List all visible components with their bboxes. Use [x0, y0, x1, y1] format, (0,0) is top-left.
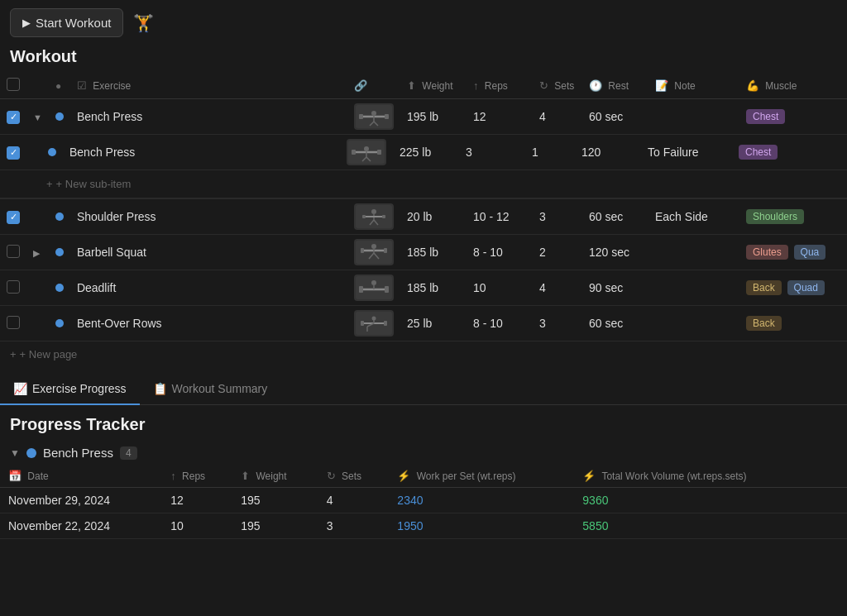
muscle-rows: Back — [739, 306, 847, 341]
th-img: 🔗 — [347, 73, 400, 99]
exercise-thumb-rows — [354, 310, 394, 337]
reps-shoulder: 10 - 12 — [467, 199, 533, 235]
weight-squat: 185 lb — [400, 235, 467, 270]
progress-tbody: November 29, 2024 12 195 4 2340 9360 Nov… — [0, 488, 847, 539]
exercise-thumb-deadlift — [354, 275, 394, 301]
weight-rows: 25 lb — [400, 306, 467, 341]
start-workout-label: Start Workout — [36, 16, 111, 30]
reps-row1: 12 — [162, 488, 232, 513]
muscle-bench1: Chest — [739, 99, 847, 135]
exercise-thumb-bench1 — [354, 103, 394, 130]
exercise-thumb-bench2 — [347, 139, 386, 165]
exercise-img-squat — [356, 241, 392, 264]
note-bench1 — [648, 99, 739, 135]
note-rows — [648, 306, 739, 341]
sets-bench1: 4 — [533, 99, 582, 135]
muscle-bench2: Chest — [732, 135, 847, 170]
th-note: 📝 Note — [648, 73, 739, 99]
row-checkbox-squat[interactable] — [7, 245, 20, 258]
th-checkbox — [0, 73, 26, 99]
row-checkbox-bench1[interactable] — [7, 111, 20, 124]
total-work-row1: 9360 — [574, 488, 822, 513]
exercise-name-squat: Barbell Squat — [70, 235, 347, 270]
sets-header-icon: ↻ — [539, 79, 548, 92]
row-checkbox-deadlift[interactable] — [7, 280, 20, 294]
workout-table: ● ☑ Exercise 🔗 ⬆ Weight ↑ Reps ↻ Sets — [0, 73, 847, 341]
rest-bench1: 60 sec — [582, 99, 648, 135]
weight-bench2: 225 lb — [393, 135, 459, 170]
sets-rows: 3 — [533, 306, 582, 341]
progress-table: 📅 Date ↑ Reps ⬆ Weight ↻ Sets ⚡ Work per… — [0, 465, 847, 539]
th-extra — [822, 465, 847, 488]
new-page-button[interactable]: + + New page — [0, 341, 847, 367]
extra-row1 — [822, 488, 847, 513]
muscle-badge-quads-squat: Qua — [794, 245, 826, 260]
expand-arrow-bench1[interactable]: ▼ — [33, 112, 42, 122]
sets-deadlift: 4 — [533, 270, 582, 306]
total-work-icon: ⚡ — [582, 470, 596, 482]
reps-bench1: 12 — [467, 99, 533, 135]
tab-workout-summary[interactable]: 📋 Workout Summary — [140, 374, 281, 405]
note-deadlift — [648, 270, 739, 306]
svg-rect-40 — [361, 321, 364, 326]
th-psets: ↻ Sets — [318, 465, 390, 488]
select-all-checkbox[interactable] — [7, 78, 20, 91]
th-rest: 🕐 Rest — [582, 73, 648, 99]
reps-header-icon: ↑ — [473, 79, 479, 92]
svg-rect-41 — [384, 321, 387, 326]
svg-rect-2 — [359, 114, 363, 119]
new-sub-item-row: Bench Press — [0, 135, 847, 199]
workout-summary-icon: 📋 — [153, 382, 167, 395]
row-checkbox-shoulder[interactable] — [7, 211, 20, 224]
play-icon: ▶ — [22, 17, 31, 29]
weight-row2: 195 — [232, 513, 318, 539]
tab-exercise-progress[interactable]: 📈 Exercise Progress — [0, 374, 140, 405]
svg-point-28 — [371, 244, 376, 249]
svg-rect-26 — [361, 248, 364, 253]
muscle-squat: Glutes Qua — [739, 235, 847, 270]
svg-rect-21 — [382, 215, 385, 218]
exercise-name-shoulder: Shoulder Press — [70, 199, 347, 235]
svg-rect-35 — [385, 286, 389, 293]
header: ▶ Start Workout 🏋 — [0, 0, 847, 42]
start-workout-button[interactable]: ▶ Start Workout — [10, 8, 123, 37]
total-work-row2: 5850 — [574, 513, 822, 539]
dot-squat — [55, 248, 64, 256]
sets-bench2: 1 — [525, 135, 575, 170]
weight-bench1: 195 lb — [400, 99, 467, 135]
new-sub-item-button[interactable]: + + New sub-item — [7, 174, 840, 193]
th-exercise: ☑ Exercise — [70, 73, 347, 99]
new-page-plus-icon: + — [10, 348, 17, 361]
exercise-thumb-shoulder — [354, 203, 394, 230]
reps-col-icon: ↑ — [170, 470, 176, 482]
tracker-exercise-count: 4 — [120, 446, 137, 460]
svg-point-17 — [371, 209, 376, 214]
dot-rows — [55, 319, 64, 327]
exercise-img-rows — [356, 312, 392, 335]
rest-deadlift: 90 sec — [582, 270, 648, 306]
rest-bench2: 120 — [575, 135, 641, 170]
sets-squat: 2 — [533, 235, 582, 270]
svg-rect-10 — [352, 150, 356, 155]
rest-squat: 120 sec — [582, 235, 648, 270]
table-row: ▼ Bench Press 195 lb — [0, 99, 847, 135]
svg-rect-11 — [377, 150, 381, 155]
muscle-badge-quads-deadlift: Quad — [787, 280, 825, 295]
row-checkbox-rows[interactable] — [7, 316, 20, 329]
expand-arrow-squat[interactable]: ▶ — [33, 248, 40, 258]
th-pweight: ⬆ Weight — [232, 465, 318, 488]
table-row: ▶ Barbell Squat 185 lb — [0, 235, 847, 270]
plus-icon: + — [46, 178, 53, 190]
muscle-shoulder: Shoulders — [739, 199, 847, 235]
tracker-header[interactable]: ▼ Bench Press 4 — [0, 441, 847, 465]
weight-header-icon: ⬆ — [407, 79, 416, 92]
svg-point-4 — [371, 111, 376, 116]
dot-shoulder — [55, 212, 64, 221]
row-checkbox-bench2[interactable] — [7, 146, 20, 160]
th-reps: ↑ Reps — [467, 73, 533, 99]
exercise-thumb-squat — [354, 239, 394, 265]
reps-bench2: 3 — [459, 135, 525, 170]
th-sets: ↻ Sets — [533, 73, 582, 99]
muscle-badge-back-deadlift: Back — [746, 280, 782, 295]
reps-deadlift: 10 — [467, 270, 533, 306]
